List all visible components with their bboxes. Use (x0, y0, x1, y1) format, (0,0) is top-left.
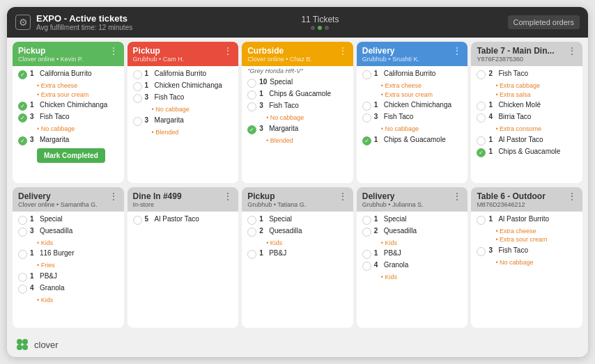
card-body: 1Al Pastor Burrito• Extra cheese• Extra … (471, 212, 582, 328)
item-mod: • Extra sour cream (37, 90, 118, 100)
item-checkbox[interactable] (362, 262, 371, 271)
item-checkbox[interactable] (477, 136, 486, 145)
item-checkbox[interactable] (18, 285, 27, 294)
item-name: Chicken Chimichanga (40, 101, 107, 109)
item-row: 1PB&J (247, 249, 348, 259)
item-checkbox[interactable]: ✓ (362, 136, 371, 145)
item-checkbox[interactable] (477, 113, 486, 122)
item-checkbox[interactable]: ✓ (18, 136, 27, 145)
card-body: 1Special2Quesadilla• Kids1PB&J (242, 212, 353, 328)
item-checkbox[interactable] (247, 250, 256, 259)
card-menu-button[interactable]: ⋮ (452, 191, 462, 201)
item-checkbox[interactable] (18, 228, 27, 237)
item-checkbox[interactable] (362, 250, 371, 259)
item-checkbox[interactable] (133, 216, 142, 225)
card-body: 1Special2Quesadilla• Kids1PB&J4Granola• … (357, 212, 468, 328)
item-checkbox[interactable] (18, 216, 27, 225)
item-checkbox[interactable] (247, 90, 256, 100)
item-qty: 1 (374, 70, 381, 77)
item-row: 2Quesadilla (362, 227, 463, 237)
item-checkbox[interactable] (362, 113, 371, 122)
item-row: 1Al Pastor Burrito (477, 215, 577, 225)
item-checkbox[interactable] (133, 82, 142, 91)
item-name: Al Pastor Taco (498, 136, 543, 143)
card-body: 2Fish Taco• Extra cabbage• Extra salsa1C… (471, 66, 582, 182)
item-row: 1Special (18, 215, 118, 225)
item-qty: 1 (30, 101, 37, 109)
card-menu-button[interactable]: ⋮ (567, 191, 577, 201)
item-checkbox[interactable] (477, 247, 486, 256)
item-name: Margarita (269, 125, 298, 132)
item-qty: 2 (259, 227, 266, 235)
item-row: 4Birria Taco (477, 113, 577, 122)
item-name: Chips & Guacamole (384, 136, 446, 143)
item-name: Special (269, 215, 292, 223)
item-checkbox[interactable] (362, 102, 371, 111)
item-checkbox[interactable]: ✓ (18, 113, 27, 122)
item-checkbox[interactable] (362, 228, 371, 237)
card-menu-button[interactable]: ⋮ (567, 46, 577, 56)
gear-icon[interactable]: ⚙ (15, 15, 31, 30)
item-name: PB&J (40, 272, 57, 280)
item-mod: • Extra salsa (495, 90, 577, 100)
item-name: Margarita (40, 136, 69, 143)
card-menu-button[interactable]: ⋮ (109, 191, 118, 201)
card-subtitle: Clover online • Chaz B. (247, 56, 312, 63)
item-checkbox[interactable]: ✓ (247, 125, 256, 134)
item-checkbox[interactable] (247, 228, 256, 237)
item-mods: • No cabbage (37, 125, 118, 134)
card-menu-button[interactable]: ⋮ (452, 46, 462, 56)
item-name: Chips & Guacamole (498, 148, 560, 155)
card-menu-button[interactable]: ⋮ (223, 191, 233, 201)
mark-completed-button[interactable]: Mark Completed (37, 148, 105, 163)
item-checkbox[interactable]: ✓ (18, 70, 27, 79)
item-checkbox[interactable] (477, 102, 486, 111)
item-row: 1Chicken Chimichanga (133, 81, 233, 91)
item-checkbox[interactable] (18, 273, 27, 282)
item-row: 3Margarita (133, 116, 233, 126)
item-checkbox[interactable] (18, 250, 27, 259)
item-checkbox[interactable] (477, 216, 486, 225)
item-checkbox[interactable] (362, 216, 371, 225)
item-checkbox[interactable]: ✓ (477, 148, 486, 157)
item-checkbox[interactable] (477, 70, 486, 79)
item-checkbox[interactable] (247, 79, 256, 88)
card-menu-button[interactable]: ⋮ (338, 191, 348, 201)
item-name: Quesadilla (40, 227, 72, 235)
dot-3 (325, 26, 329, 30)
item-row: ✓1Chips & Guacamole (362, 136, 463, 145)
item-qty: 5 (145, 215, 152, 223)
clover-logo: clover (14, 336, 59, 353)
card-table6-outdoor: Table 6 - OutdoorM876D23646212⋮1Al Pasto… (471, 187, 582, 329)
item-checkbox[interactable]: ✓ (18, 102, 27, 111)
item-row: 2Fish Taco (477, 70, 577, 79)
item-checkbox[interactable] (362, 70, 371, 79)
item-row: ✓3Margarita (18, 136, 118, 145)
dot-1 (311, 26, 315, 30)
item-mods: • Extra consome (495, 125, 577, 134)
card-title: Pickup (247, 191, 306, 201)
item-name: California Burrito (155, 70, 206, 77)
card-menu-button[interactable]: ⋮ (109, 46, 118, 56)
item-row: 1Chips & Guacamole (247, 90, 348, 100)
completed-orders-button[interactable]: Completed orders (508, 15, 580, 29)
item-qty: 3 (145, 93, 152, 101)
card-menu-button[interactable]: ⋮ (223, 46, 233, 56)
item-checkbox[interactable] (247, 102, 256, 111)
item-qty: 3 (30, 113, 37, 120)
card-delivery-samantha: DeliveryClover online • Samantha G.⋮1Spe… (13, 187, 124, 329)
item-mod: • Kids (266, 239, 348, 248)
item-name: Special (384, 215, 407, 223)
item-name: Fish Taco (384, 113, 414, 120)
item-qty: 1 (30, 215, 37, 223)
item-mod: • No cabbage (495, 258, 577, 267)
item-row: 1Special (362, 215, 463, 225)
item-checkbox[interactable] (247, 216, 256, 225)
item-mod: • No cabbage (266, 113, 348, 122)
card-menu-button[interactable]: ⋮ (338, 46, 348, 56)
item-checkbox[interactable] (133, 117, 142, 126)
item-checkbox[interactable] (133, 94, 142, 103)
item-checkbox[interactable] (133, 70, 142, 79)
item-name: Chicken Chimichanga (384, 101, 451, 109)
item-mod: • Extra sour cream (495, 235, 577, 244)
